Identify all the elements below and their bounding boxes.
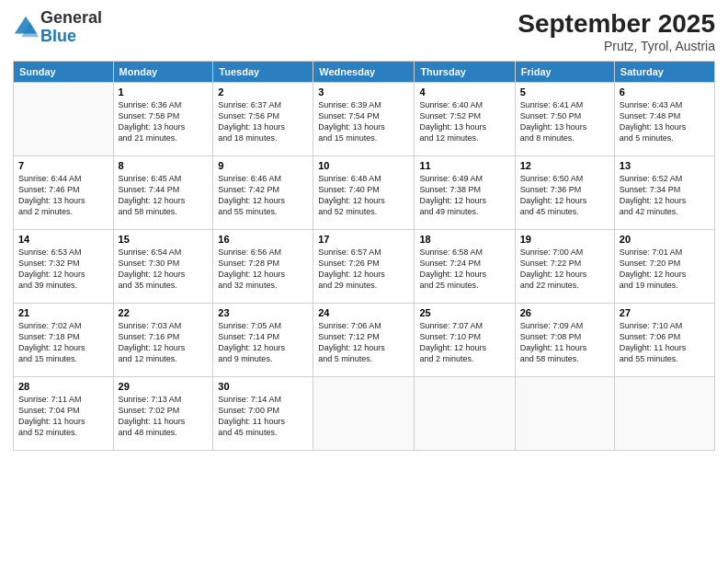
- day-number: 17: [318, 234, 409, 245]
- calendar-cell: 13Sunrise: 6:52 AM Sunset: 7:34 PM Dayli…: [614, 156, 714, 230]
- cell-text: Sunrise: 6:40 AM Sunset: 7:52 PM Dayligh…: [419, 99, 509, 144]
- title-block: September 2025 Prutz, Tyrol, Austria: [518, 9, 715, 53]
- day-number: 4: [419, 86, 509, 98]
- day-number: 11: [419, 160, 509, 171]
- calendar-cell: 26Sunrise: 7:09 AM Sunset: 7:08 PM Dayli…: [515, 304, 614, 377]
- month-title: September 2025: [518, 9, 715, 39]
- cell-text: Sunrise: 6:39 AM Sunset: 7:54 PM Dayligh…: [318, 99, 409, 144]
- cell-text: Sunrise: 7:01 AM Sunset: 7:20 PM Dayligh…: [620, 247, 710, 292]
- day-number: 20: [620, 234, 710, 245]
- calendar-cell: 14Sunrise: 6:53 AM Sunset: 7:32 PM Dayli…: [14, 230, 114, 304]
- day-number: 12: [520, 160, 609, 171]
- cell-text: Sunrise: 7:02 AM Sunset: 7:18 PM Dayligh…: [18, 320, 108, 365]
- cell-text: Sunrise: 7:03 AM Sunset: 7:16 PM Dayligh…: [119, 320, 209, 365]
- calendar-cell: [614, 377, 714, 451]
- cell-text: Sunrise: 6:41 AM Sunset: 7:50 PM Dayligh…: [520, 99, 609, 144]
- logo-blue-text: Blue: [40, 27, 76, 45]
- cell-text: Sunrise: 7:10 AM Sunset: 7:06 PM Dayligh…: [620, 320, 710, 365]
- cell-text: Sunrise: 7:07 AM Sunset: 7:10 PM Dayligh…: [419, 320, 509, 365]
- day-number: 3: [318, 86, 409, 98]
- cell-text: Sunrise: 7:05 AM Sunset: 7:14 PM Dayligh…: [218, 320, 308, 365]
- cell-text: Sunrise: 6:36 AM Sunset: 7:58 PM Dayligh…: [119, 99, 209, 144]
- calendar-cell: 6Sunrise: 6:43 AM Sunset: 7:48 PM Daylig…: [614, 83, 714, 156]
- weekday-thursday: Thursday: [415, 62, 515, 83]
- calendar-cell: 8Sunrise: 6:45 AM Sunset: 7:44 PM Daylig…: [113, 156, 213, 230]
- calendar-body: 1Sunrise: 6:36 AM Sunset: 7:58 PM Daylig…: [14, 83, 715, 451]
- day-number: 7: [18, 160, 108, 171]
- day-number: 27: [620, 307, 710, 318]
- day-number: 26: [520, 307, 609, 318]
- calendar-cell: 15Sunrise: 6:54 AM Sunset: 7:30 PM Dayli…: [113, 230, 213, 304]
- cell-text: Sunrise: 6:58 AM Sunset: 7:24 PM Dayligh…: [419, 247, 509, 292]
- logo-general-text: General: [40, 8, 102, 27]
- day-number: 25: [419, 307, 509, 318]
- day-number: 9: [218, 160, 308, 171]
- calendar: SundayMondayTuesdayWednesdayThursdayFrid…: [13, 61, 715, 451]
- day-number: 1: [119, 86, 209, 98]
- day-number: 6: [620, 86, 710, 98]
- cell-text: Sunrise: 6:37 AM Sunset: 7:56 PM Dayligh…: [218, 99, 308, 144]
- week-row-1: 1Sunrise: 6:36 AM Sunset: 7:58 PM Daylig…: [14, 83, 715, 156]
- day-number: 8: [119, 160, 209, 171]
- location: Prutz, Tyrol, Austria: [518, 39, 715, 53]
- calendar-cell: 16Sunrise: 6:56 AM Sunset: 7:28 PM Dayli…: [213, 230, 313, 304]
- cell-text: Sunrise: 6:49 AM Sunset: 7:38 PM Dayligh…: [419, 173, 509, 218]
- cell-text: Sunrise: 6:54 AM Sunset: 7:30 PM Dayligh…: [119, 247, 209, 292]
- cell-text: Sunrise: 7:09 AM Sunset: 7:08 PM Dayligh…: [520, 320, 609, 365]
- weekday-tuesday: Tuesday: [213, 62, 313, 83]
- weekday-monday: Monday: [113, 62, 213, 83]
- cell-text: Sunrise: 6:48 AM Sunset: 7:40 PM Dayligh…: [318, 173, 409, 218]
- day-number: 16: [218, 234, 308, 245]
- calendar-cell: [313, 377, 415, 451]
- calendar-cell: 9Sunrise: 6:46 AM Sunset: 7:42 PM Daylig…: [213, 156, 313, 230]
- week-row-5: 28Sunrise: 7:11 AM Sunset: 7:04 PM Dayli…: [14, 377, 715, 451]
- day-number: 24: [318, 307, 409, 318]
- day-number: 18: [419, 234, 509, 245]
- calendar-cell: 17Sunrise: 6:57 AM Sunset: 7:26 PM Dayli…: [313, 230, 415, 304]
- calendar-cell: 20Sunrise: 7:01 AM Sunset: 7:20 PM Dayli…: [614, 230, 714, 304]
- cell-text: Sunrise: 7:11 AM Sunset: 7:04 PM Dayligh…: [18, 394, 108, 439]
- calendar-cell: 18Sunrise: 6:58 AM Sunset: 7:24 PM Dayli…: [415, 230, 515, 304]
- cell-text: Sunrise: 7:13 AM Sunset: 7:02 PM Dayligh…: [119, 394, 209, 439]
- day-number: 29: [119, 381, 209, 392]
- calendar-cell: 22Sunrise: 7:03 AM Sunset: 7:16 PM Dayli…: [113, 304, 213, 377]
- calendar-cell: 1Sunrise: 6:36 AM Sunset: 7:58 PM Daylig…: [113, 83, 213, 156]
- cell-text: Sunrise: 6:43 AM Sunset: 7:48 PM Dayligh…: [620, 99, 710, 144]
- weekday-friday: Friday: [515, 62, 614, 83]
- calendar-cell: 23Sunrise: 7:05 AM Sunset: 7:14 PM Dayli…: [213, 304, 313, 377]
- day-number: 22: [119, 307, 209, 318]
- calendar-cell: [515, 377, 614, 451]
- cell-text: Sunrise: 7:14 AM Sunset: 7:00 PM Dayligh…: [218, 394, 308, 439]
- weekday-sunday: Sunday: [14, 62, 114, 83]
- cell-text: Sunrise: 6:52 AM Sunset: 7:34 PM Dayligh…: [620, 173, 710, 218]
- cell-text: Sunrise: 6:56 AM Sunset: 7:28 PM Dayligh…: [218, 247, 308, 292]
- logo: General Blue: [13, 9, 102, 46]
- day-number: 30: [218, 381, 308, 392]
- calendar-cell: [415, 377, 515, 451]
- weekday-header-row: SundayMondayTuesdayWednesdayThursdayFrid…: [14, 62, 715, 83]
- calendar-cell: 25Sunrise: 7:07 AM Sunset: 7:10 PM Dayli…: [415, 304, 515, 377]
- day-number: 13: [620, 160, 710, 171]
- calendar-cell: 11Sunrise: 6:49 AM Sunset: 7:38 PM Dayli…: [415, 156, 515, 230]
- day-number: 15: [119, 234, 209, 245]
- calendar-cell: 29Sunrise: 7:13 AM Sunset: 7:02 PM Dayli…: [113, 377, 213, 451]
- day-number: 2: [218, 86, 308, 98]
- cell-text: Sunrise: 6:44 AM Sunset: 7:46 PM Dayligh…: [18, 173, 108, 218]
- calendar-cell: 10Sunrise: 6:48 AM Sunset: 7:40 PM Dayli…: [313, 156, 415, 230]
- cell-text: Sunrise: 6:53 AM Sunset: 7:32 PM Dayligh…: [18, 247, 108, 292]
- calendar-cell: 4Sunrise: 6:40 AM Sunset: 7:52 PM Daylig…: [415, 83, 515, 156]
- logo-icon: [13, 15, 39, 40]
- cell-text: Sunrise: 7:06 AM Sunset: 7:12 PM Dayligh…: [318, 320, 409, 365]
- day-number: 23: [218, 307, 308, 318]
- week-row-2: 7Sunrise: 6:44 AM Sunset: 7:46 PM Daylig…: [14, 156, 715, 230]
- calendar-cell: [14, 83, 114, 156]
- page: General Blue September 2025 Prutz, Tyrol…: [0, 0, 728, 563]
- calendar-cell: 30Sunrise: 7:14 AM Sunset: 7:00 PM Dayli…: [213, 377, 313, 451]
- cell-text: Sunrise: 6:50 AM Sunset: 7:36 PM Dayligh…: [520, 173, 609, 218]
- cell-text: Sunrise: 7:00 AM Sunset: 7:22 PM Dayligh…: [520, 247, 609, 292]
- weekday-saturday: Saturday: [614, 62, 714, 83]
- header: General Blue September 2025 Prutz, Tyrol…: [13, 9, 715, 53]
- calendar-cell: 5Sunrise: 6:41 AM Sunset: 7:50 PM Daylig…: [515, 83, 614, 156]
- day-number: 10: [318, 160, 409, 171]
- calendar-cell: 3Sunrise: 6:39 AM Sunset: 7:54 PM Daylig…: [313, 83, 415, 156]
